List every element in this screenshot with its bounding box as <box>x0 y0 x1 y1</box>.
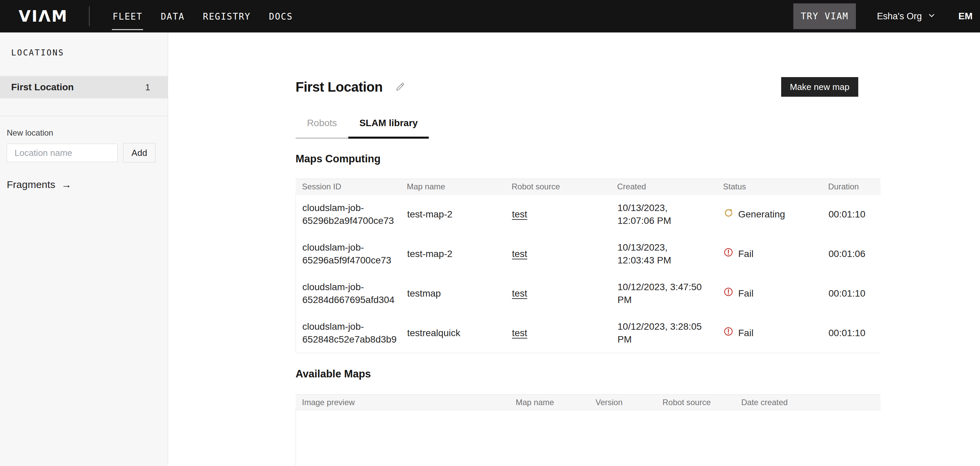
page-title: First Location <box>296 80 382 95</box>
available-maps-header: Image preview Map name Version Robot sou… <box>296 394 881 410</box>
table-row: cloudslam-job-65296a5f9f4700ce73 test-ma… <box>296 234 881 274</box>
cell-session-id: cloudslam-job-65284d667695afd304 <box>296 281 401 306</box>
column-header-status: Status <box>717 182 822 191</box>
robot-source-link[interactable]: test <box>512 328 527 338</box>
status-text: Fail <box>738 287 753 300</box>
table-row: cloudslam-job-65296b2a9f4700ce73 test-ma… <box>296 194 881 234</box>
cell-status: Fail <box>717 326 822 340</box>
robot-source-link[interactable]: test <box>512 288 527 299</box>
org-switcher[interactable]: Esha's Org <box>877 11 936 22</box>
cell-map-name: testmap <box>401 287 506 300</box>
new-location-section: New location Add <box>0 116 168 163</box>
viam-logo[interactable]: VIΛM <box>19 7 68 25</box>
column-header-duration: Duration <box>822 182 881 191</box>
robot-source-link[interactable]: test <box>512 248 527 259</box>
status-text: Fail <box>738 327 753 340</box>
location-robot-count: 1 <box>145 82 150 93</box>
cell-created: 10/13/2023, 12:07:06 PM <box>611 202 717 227</box>
cell-session-id: cloudslam-job-652848c52e7ab8d3b9 <box>296 320 401 346</box>
top-navigation-bar: VIΛM FLEET DATA REGISTRY DOCS TRY VIAM E… <box>0 0 980 32</box>
column-header-map-name: Map name <box>509 398 589 407</box>
cell-status: Fail <box>717 247 822 261</box>
org-name: Esha's Org <box>877 11 922 22</box>
new-location-label: New location <box>7 128 168 138</box>
fail-icon <box>723 287 733 300</box>
maps-computing-table: Session ID Map name Robot source Created… <box>296 178 881 353</box>
maps-computing-header: Session ID Map name Robot source Created… <box>296 178 881 194</box>
locations-section-label: LOCATIONS <box>0 32 168 57</box>
nav-item-registry[interactable]: REGISTRY <box>202 0 251 32</box>
available-maps-heading: Available Maps <box>296 368 881 380</box>
cell-status: Fail <box>717 287 822 300</box>
table-row: cloudslam-job-65284d667695afd304 testmap… <box>296 274 881 313</box>
fail-icon <box>723 247 733 261</box>
try-viam-button[interactable]: TRY VIAM <box>793 3 856 29</box>
status-text: Generating <box>738 208 785 221</box>
robot-source-link[interactable]: test <box>512 209 527 219</box>
cell-status: Generating <box>717 208 822 221</box>
status-text: Fail <box>738 248 753 261</box>
nav-item-fleet[interactable]: FLEET <box>112 0 143 32</box>
cell-duration: 00:01:10 <box>822 327 881 340</box>
generating-icon <box>723 208 733 221</box>
location-name-input[interactable] <box>7 144 118 162</box>
topbar-divider <box>89 6 90 26</box>
user-menu[interactable]: EM <box>958 11 972 22</box>
tab-robots[interactable]: Robots <box>296 118 348 138</box>
column-header-created: Created <box>611 182 717 191</box>
cell-created: 10/12/2023, 3:47:50 PM <box>611 281 717 306</box>
cell-map-name: test-map-2 <box>401 248 506 261</box>
chevron-down-icon <box>927 11 936 21</box>
cell-session-id: cloudslam-job-65296b2a9f4700ce73 <box>296 202 401 227</box>
cell-duration: 00:01:06 <box>822 248 881 261</box>
location-tabs: Robots SLAM library <box>296 118 881 138</box>
table-row: cloudslam-job-652848c52e7ab8d3b9 testrea… <box>296 313 881 353</box>
column-header-robot-source: Robot source <box>656 398 735 407</box>
cell-created: 10/13/2023, 12:03:43 PM <box>611 241 717 267</box>
add-location-button[interactable]: Add <box>123 143 156 163</box>
column-header-map-name: Map name <box>400 182 505 191</box>
column-header-version: Version <box>589 398 656 407</box>
available-maps-table: Image preview Map name Version Robot sou… <box>296 394 881 466</box>
column-header-image-preview: Image preview <box>296 398 509 407</box>
cell-duration: 00:01:10 <box>822 208 881 221</box>
primary-nav: FLEET DATA REGISTRY DOCS <box>112 0 294 32</box>
maps-computing-heading: Maps Computing <box>296 153 881 165</box>
column-header-date-created: Date created <box>735 398 881 407</box>
edit-pencil-icon[interactable] <box>395 81 406 92</box>
cell-duration: 00:01:10 <box>822 287 881 300</box>
arrow-right-icon: → <box>61 179 72 190</box>
location-name: First Location <box>11 82 74 93</box>
column-header-session-id: Session ID <box>296 182 400 191</box>
main-content: First Location Make new map Robots SLAM … <box>168 32 980 466</box>
cell-session-id: cloudslam-job-65296a5f9f4700ce73 <box>296 241 401 267</box>
make-new-map-button[interactable]: Make new map <box>781 77 858 97</box>
tab-slam-library[interactable]: SLAM library <box>348 118 429 138</box>
available-maps-empty-body <box>296 410 881 466</box>
nav-item-docs[interactable]: DOCS <box>268 0 294 32</box>
fragments-label: Fragments <box>7 179 55 190</box>
cell-created: 10/12/2023, 3:28:05 PM <box>611 320 717 346</box>
fragments-link[interactable]: Fragments → <box>7 179 168 190</box>
nav-item-data[interactable]: DATA <box>160 0 185 32</box>
locations-sidebar: LOCATIONS First Location 1 New location … <box>0 32 168 466</box>
fail-icon <box>723 326 733 340</box>
sidebar-item-first-location[interactable]: First Location 1 <box>0 76 168 99</box>
cell-map-name: testrealquick <box>401 327 506 340</box>
column-header-robot-source: Robot source <box>505 182 611 191</box>
cell-map-name: test-map-2 <box>401 208 506 221</box>
